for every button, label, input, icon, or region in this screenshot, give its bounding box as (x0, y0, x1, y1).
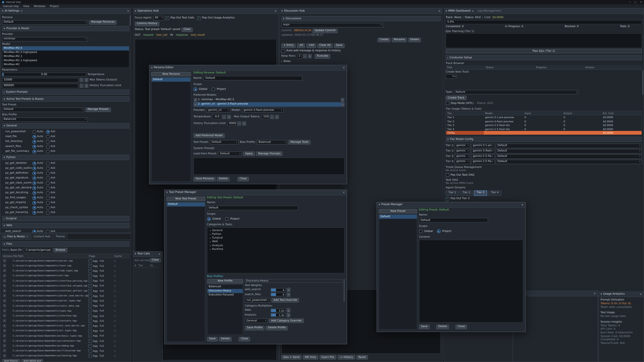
ask-radio[interactable] (46, 140, 50, 143)
new-profile-button[interactable]: New Profile (207, 279, 243, 283)
temperature-slider[interactable]: 0.00 (2, 72, 86, 76)
decrement-button[interactable]: - (237, 121, 241, 125)
agg-checkbox[interactable] (88, 289, 92, 293)
tab-mma-dashboard[interactable]: MMA Dashboard (448, 9, 470, 12)
section-active-presets[interactable]: ▼ Active Tool Presets & Biases (2, 96, 129, 102)
history-limit-input[interactable]: 900000 (2, 83, 78, 88)
menu-project[interactable]: Project (50, 4, 59, 7)
tier-preset-select[interactable]: Default▾ (496, 143, 642, 148)
new-persona-button[interactable]: New Persona (151, 72, 191, 76)
auto-radio[interactable] (32, 191, 36, 195)
stream-tab[interactable]: Tier 2 (460, 190, 473, 196)
tool-section-header[interactable]: ▼General (2, 123, 129, 129)
category-row[interactable]: ▸Runtime (208, 248, 344, 251)
gear-icon[interactable]: ⚙ (21, 9, 23, 12)
stream-tab[interactable]: Tier 4 (488, 190, 501, 196)
tier-model-select[interactable]: gemini-2.5-flash-lite▾ (471, 154, 495, 159)
tool-section-header[interactable]: ▼Python (2, 155, 129, 160)
agg-checkbox[interactable] (88, 339, 92, 343)
ask-radio[interactable] (46, 186, 50, 190)
remove-file-button[interactable]: x (3, 264, 6, 267)
bias-profile-item[interactable]: Discovery-Heavy (208, 289, 243, 293)
auto-radio[interactable] (32, 211, 36, 215)
bias-profile-select[interactable]: Balanced▾ (2, 117, 88, 122)
collapse-caret-icon[interactable]: ▼ (135, 10, 136, 12)
tier-provider-select[interactable]: gemini▾ (455, 154, 470, 159)
full-toggle[interactable]: Full (100, 344, 104, 347)
full-toggle[interactable]: Full (100, 264, 104, 267)
track-type-select[interactable]: feature▾ (454, 90, 578, 94)
agg-checkbox[interactable] (88, 349, 92, 353)
agg-checkbox[interactable] (88, 259, 92, 263)
persona-select[interactable]: Default▾ (2, 20, 88, 24)
ask-radio[interactable] (46, 150, 50, 153)
save-profile-button[interactable]: Save Profile (245, 326, 265, 330)
ask-radio[interactable] (46, 211, 50, 215)
full-toggle[interactable]: Full (100, 284, 104, 287)
full-toggle[interactable]: Full (100, 304, 104, 307)
provider-select[interactable]: minimax▾ (2, 37, 88, 41)
ask-radio[interactable] (46, 162, 50, 165)
remove-file-button[interactable]: x (3, 319, 6, 323)
remove-model-button[interactable]: × (341, 103, 344, 106)
increment-button[interactable]: + (275, 115, 279, 119)
stream-tab[interactable]: Tier 1 (446, 190, 459, 196)
preferred-model-row[interactable]: ≡1. minimax - MiniMax-M2.5× (193, 97, 344, 102)
full-toggle[interactable]: Full (100, 319, 104, 322)
tool-preset-select[interactable]: Default▾ (2, 107, 84, 112)
auto-radio[interactable] (32, 186, 36, 190)
auto-radio[interactable] (32, 181, 36, 185)
ask-radio[interactable] (46, 191, 50, 195)
load-preset-select[interactable]: Default▾ (218, 151, 242, 156)
auto-radio[interactable] (32, 176, 36, 180)
history-limit-input[interactable]: 900000 (228, 121, 236, 126)
weight-slider[interactable]: 1.3x (271, 313, 286, 317)
collapse-caret-icon[interactable]: ▼ (379, 204, 380, 206)
agg-checkbox[interactable] (88, 354, 92, 358)
remove-file-button[interactable]: x (3, 339, 6, 343)
temperature-input[interactable]: -0.0 (212, 115, 221, 119)
collapse-caret-icon[interactable]: ▼ (600, 293, 602, 295)
ask-radio[interactable] (46, 145, 50, 148)
model-option[interactable]: MiniMax-M2.5 (2, 46, 129, 50)
entry-button[interactable]: -All (297, 43, 305, 48)
tier-model-select[interactable]: gemini-3-flash-preview▾ (471, 149, 495, 153)
category-row[interactable]: ▸Web (208, 240, 344, 244)
new-preset-button[interactable]: New Preset (379, 209, 417, 214)
global-radio[interactable] (193, 87, 197, 91)
close-icon[interactable]: × (343, 66, 345, 69)
increment-button[interactable]: + (84, 84, 88, 88)
autoadd-checkbox[interactable] (282, 49, 285, 53)
full-toggle[interactable]: Full (100, 294, 104, 297)
agg-checkbox[interactable] (88, 299, 92, 303)
remove-file-button[interactable]: x (3, 334, 6, 337)
track-name-input[interactable]: Name (446, 74, 457, 79)
category-row[interactable]: ▸Python (208, 232, 344, 236)
bias-profile-item[interactable]: Execution-Focused (208, 293, 243, 297)
close-button[interactable]: Close (239, 337, 250, 341)
close-icon[interactable]: × (343, 191, 345, 194)
collapse-caret-icon[interactable]: ▼ (135, 253, 136, 255)
remove-file-button[interactable]: x (3, 314, 6, 318)
auto-radio[interactable] (32, 162, 36, 165)
system-prompt-textarea[interactable] (193, 158, 344, 175)
update-commit-button[interactable]: Update Commit (312, 28, 338, 33)
full-toggle[interactable]: Full (100, 269, 104, 272)
persona-editor-header[interactable]: ▼ Persona Editor × (150, 65, 347, 70)
epic-planning-textarea[interactable] (446, 33, 642, 48)
minimize-icon[interactable]: ─ (629, 1, 630, 3)
preset-name-input[interactable]: Default (419, 218, 488, 223)
close-icon[interactable]: × (127, 9, 129, 13)
model-option[interactable]: MiniMax-M2.1-highspeed (2, 59, 129, 63)
weight-slider[interactable]: 1.5x (271, 309, 286, 312)
tier-model-select[interactable]: gemini-2.5-flash-lite▾ (471, 159, 495, 164)
full-toggle[interactable]: Full (100, 289, 104, 292)
decrement-button[interactable]: - (80, 84, 83, 88)
collapse-caret-icon[interactable]: ▼ (2, 10, 3, 12)
remove-model-button[interactable]: × (341, 98, 344, 102)
menu-manual-slop[interactable]: manual slop (3, 4, 18, 7)
max-tokens-input[interactable]: 32000 (2, 78, 78, 82)
weight-slider[interactable]: 4 (271, 288, 286, 292)
max-output-input[interactable]: 32000 (262, 115, 269, 119)
popout-usage-checkbox[interactable] (197, 16, 201, 20)
